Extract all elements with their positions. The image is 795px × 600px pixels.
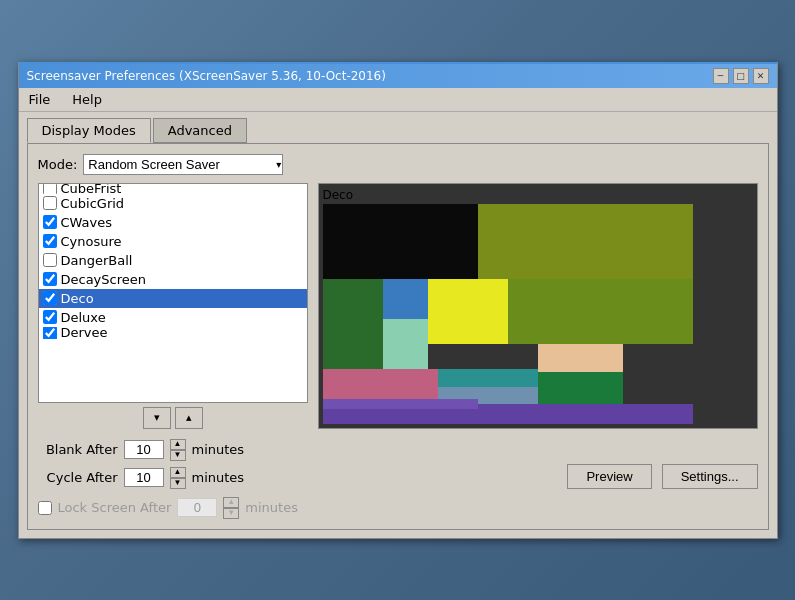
svg-rect-10 [538, 372, 623, 404]
list-item[interactable]: CubeFrist [39, 184, 307, 194]
item-checkbox[interactable] [43, 196, 57, 210]
list-item[interactable]: CWaves [39, 213, 307, 232]
svg-rect-5 [428, 279, 508, 344]
item-label: Cynosure [61, 234, 122, 249]
item-label: Dervee [61, 327, 108, 339]
cycle-after-input[interactable] [124, 468, 164, 487]
lock-screen-label: Lock Screen After [58, 500, 172, 515]
mode-label: Mode: [38, 157, 78, 172]
lock-unit: minutes [245, 500, 298, 515]
list-item[interactable]: Cynosure [39, 232, 307, 251]
mode-row: Mode: Random Screen Saver Blank Screen O… [38, 154, 758, 175]
preview-box: Deco [318, 183, 758, 429]
item-label: CubicGrid [61, 196, 125, 211]
lock-row: Lock Screen After ▲ ▼ minutes [38, 497, 298, 519]
move-up-button[interactable]: ▴ [175, 407, 203, 429]
preview-label: Deco [323, 188, 753, 202]
lock-screen-checkbox[interactable] [38, 501, 52, 515]
list-item[interactable]: DangerBall [39, 251, 307, 270]
list-item[interactable]: Deluxe [39, 308, 307, 327]
cycle-after-down[interactable]: ▼ [170, 478, 186, 489]
settings-button[interactable]: Settings... [662, 464, 758, 489]
svg-rect-3 [383, 279, 428, 319]
item-checkbox[interactable] [43, 234, 57, 248]
titlebar: Screensaver Preferences (XScreenSaver 5.… [19, 64, 777, 88]
blank-after-up[interactable]: ▲ [170, 439, 186, 450]
mode-select-wrapper: Random Screen Saver Blank Screen Only On… [83, 154, 283, 175]
main-window: Screensaver Preferences (XScreenSaver 5.… [18, 62, 778, 539]
lock-screen-spinner: ▲ ▼ [223, 497, 239, 519]
item-label: DecayScreen [61, 272, 147, 287]
main-area: CubeFrist CubicGrid CWaves Cynosure [38, 183, 758, 429]
item-label: CubeFrist [61, 184, 122, 194]
preview-area: Deco [318, 183, 758, 429]
blank-after-row: Blank After ▲ ▼ minutes [38, 439, 298, 461]
close-button[interactable]: ✕ [753, 68, 769, 84]
svg-rect-15 [323, 399, 478, 409]
cycle-after-spinner: ▲ ▼ [170, 467, 186, 489]
tab-content: Mode: Random Screen Saver Blank Screen O… [27, 143, 769, 530]
list-item[interactable]: DecayScreen [39, 270, 307, 289]
svg-rect-7 [323, 369, 438, 404]
item-checkbox[interactable] [43, 291, 57, 305]
menu-help[interactable]: Help [66, 90, 108, 109]
item-checkbox[interactable] [43, 184, 57, 194]
window-title: Screensaver Preferences (XScreenSaver 5.… [27, 69, 386, 83]
list-area: CubeFrist CubicGrid CWaves Cynosure [38, 183, 308, 429]
svg-rect-0 [323, 204, 478, 279]
move-down-button[interactable]: ▾ [143, 407, 171, 429]
cycle-after-label: Cycle After [38, 470, 118, 485]
tab-advanced[interactable]: Advanced [153, 118, 247, 143]
preview-button[interactable]: Preview [567, 464, 651, 489]
svg-rect-8 [438, 369, 538, 387]
lock-down[interactable]: ▼ [223, 508, 239, 519]
menubar: File Help [19, 88, 777, 112]
list-item[interactable]: CubicGrid [39, 194, 307, 213]
item-label: CWaves [61, 215, 113, 230]
item-checkbox[interactable] [43, 253, 57, 267]
item-label: Deco [61, 291, 94, 306]
titlebar-buttons: ─ □ ✕ [713, 68, 769, 84]
mode-select[interactable]: Random Screen Saver Blank Screen Only On… [83, 154, 283, 175]
left-controls: Blank After ▲ ▼ minutes Cycle After ▲ ▼ [38, 439, 298, 519]
item-checkbox[interactable] [43, 272, 57, 286]
lock-up[interactable]: ▲ [223, 497, 239, 508]
item-checkbox[interactable] [43, 215, 57, 229]
cycle-after-row: Cycle After ▲ ▼ minutes [38, 467, 298, 489]
tab-display-modes[interactable]: Display Modes [27, 118, 151, 143]
item-label: DangerBall [61, 253, 133, 268]
right-buttons: Preview Settings... [567, 464, 757, 493]
svg-rect-4 [383, 319, 428, 369]
bottom-controls: Blank After ▲ ▼ minutes Cycle After ▲ ▼ [38, 439, 758, 519]
blank-after-input[interactable] [124, 440, 164, 459]
item-checkbox[interactable] [43, 310, 57, 324]
minimize-button[interactable]: ─ [713, 68, 729, 84]
tab-bar: Display Modes Advanced [19, 112, 777, 143]
item-checkbox[interactable] [43, 327, 57, 339]
screensaver-list[interactable]: CubeFrist CubicGrid CWaves Cynosure [38, 183, 308, 403]
cycle-after-up[interactable]: ▲ [170, 467, 186, 478]
blank-after-label: Blank After [38, 442, 118, 457]
blank-after-spinner: ▲ ▼ [170, 439, 186, 461]
lock-screen-input [177, 498, 217, 517]
cycle-after-unit: minutes [192, 470, 245, 485]
maximize-button[interactable]: □ [733, 68, 749, 84]
svg-rect-6 [508, 279, 693, 344]
blank-after-unit: minutes [192, 442, 245, 457]
svg-rect-2 [323, 279, 383, 369]
svg-rect-1 [478, 204, 693, 279]
deco-preview [323, 204, 693, 424]
blank-after-down[interactable]: ▼ [170, 450, 186, 461]
menu-file[interactable]: File [23, 90, 57, 109]
list-controls: ▾ ▴ [38, 407, 308, 429]
list-item-deco[interactable]: Deco [39, 289, 307, 308]
list-item[interactable]: Dervee [39, 327, 307, 339]
svg-rect-9 [538, 344, 623, 372]
item-label: Deluxe [61, 310, 106, 325]
